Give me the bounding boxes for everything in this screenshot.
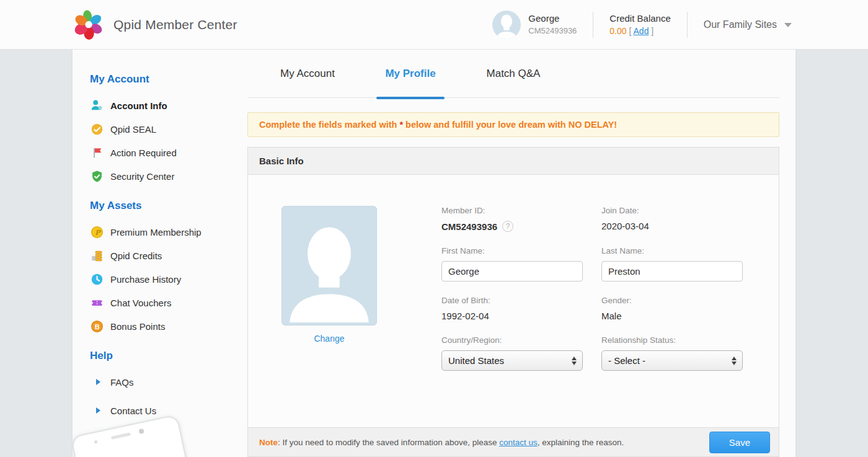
mobile-phone-image <box>73 414 192 457</box>
main-content: My Account My Profile Match Q&A Complete… <box>247 50 795 457</box>
user-avatar <box>492 11 521 39</box>
sidebar-section-my-account: My Account <box>90 73 247 184</box>
field-label: Gender: <box>601 296 743 305</box>
credit-balance-block: Credit Balance 0.00 [ Add ] <box>609 13 670 36</box>
divider <box>687 12 688 38</box>
bracket: [ <box>629 26 632 36</box>
sidebar-item-label: Account Info <box>110 100 167 111</box>
field-label: Country/Region: <box>441 335 583 345</box>
sidebar-heading: My Account <box>90 73 247 86</box>
bracket: ] <box>651 26 653 36</box>
arrow-right-icon <box>90 404 104 417</box>
credit-amount: 0.00 <box>609 26 626 36</box>
tab-bar: My Account My Profile Match Q&A <box>247 50 779 98</box>
person-silhouette-icon <box>282 214 376 325</box>
sidebar-item-label: FAQs <box>110 377 134 388</box>
sidebar-item-bonus-points[interactable]: B Bonus Points <box>90 319 247 334</box>
chevron-down-icon <box>784 23 792 27</box>
sidebar-item-premium-membership[interactable]: P Premium Membership <box>90 224 247 239</box>
sidebar-item-action-required[interactable]: Action Required <box>90 145 247 160</box>
date-of-birth-value: 1992-02-04 <box>441 311 583 321</box>
sidebar-item-qpid-credits[interactable]: Qpid Credits <box>90 248 247 263</box>
field-gender: Gender: Male <box>601 296 743 321</box>
modify-note: Note: If you need to modify the saved in… <box>259 438 624 447</box>
sidebar-item-purchase-history[interactable]: Purchase History <box>90 272 247 286</box>
first-name-input[interactable] <box>441 261 583 282</box>
member-center-card: My Account <box>73 50 795 457</box>
brand: Qpid Member Center <box>73 7 237 42</box>
field-member-id: Member ID: CM52493936 ? <box>441 206 583 232</box>
field-join-date: Join Date: 2020-03-04 <box>601 206 743 232</box>
change-photo-link[interactable]: Change <box>281 334 377 344</box>
form-footer: Note: If you need to modify the saved in… <box>248 427 779 456</box>
add-credit-link[interactable]: Add <box>634 26 649 36</box>
field-date-of-birth: Date of Birth: 1992-02-04 <box>441 296 583 321</box>
field-first-name: First Name: <box>441 246 583 282</box>
sidebar: My Account <box>73 50 247 457</box>
sidebar-item-label: Premium Membership <box>110 227 202 237</box>
field-label: Relationship Status: <box>601 335 743 345</box>
family-sites-label: Our Family Sites <box>704 19 777 30</box>
divider <box>593 12 593 38</box>
clock-icon <box>90 272 104 286</box>
field-label: First Name: <box>441 246 583 255</box>
credit-balance-label: Credit Balance <box>609 13 670 24</box>
contact-us-link[interactable]: contact us <box>499 438 538 447</box>
arrow-right-icon <box>90 375 104 389</box>
user-member-id: CM52493936 <box>528 25 577 37</box>
sidebar-item-label: Bonus Points <box>110 321 165 332</box>
sidebar-heading: Help <box>90 350 247 362</box>
sidebar-section-help: Help FAQs Contact Us <box>90 350 247 418</box>
sidebar-item-label: Purchase History <box>110 274 181 285</box>
app-title: Qpid Member Center <box>113 17 237 32</box>
basic-info-form: Change Member ID: CM52493936 ? Join Date… <box>248 175 779 427</box>
sidebar-item-label: Qpid Credits <box>110 251 162 261</box>
family-sites-dropdown[interactable]: Our Family Sites <box>704 19 795 30</box>
profile-photo-placeholder <box>281 206 377 326</box>
user-name: George <box>528 12 577 25</box>
sidebar-item-label: Chat Vouchers <box>110 298 171 308</box>
premium-coin-icon: P <box>90 225 104 239</box>
field-label: Date of Birth: <box>441 296 583 305</box>
shield-check-icon <box>90 169 104 183</box>
flag-icon <box>90 146 104 159</box>
basic-info-section: Basic Info Change <box>247 147 779 457</box>
question-icon[interactable]: ? <box>502 221 513 232</box>
sidebar-item-security-center[interactable]: Security Center <box>90 169 247 184</box>
country-selected-value: United States <box>448 355 504 366</box>
tab-my-account[interactable]: My Account <box>256 50 359 98</box>
member-id-value: CM52493936 <box>441 221 497 232</box>
sidebar-item-qpid-seal[interactable]: Qpid SEAL <box>90 122 247 136</box>
sidebar-item-account-info[interactable]: Account Info <box>90 98 247 113</box>
gender-value: Male <box>601 311 743 321</box>
tab-match-qa[interactable]: Match Q&A <box>462 50 565 98</box>
select-stepper-icon <box>572 357 577 365</box>
field-last-name: Last Name: <box>601 246 743 282</box>
field-label: Member ID: <box>441 206 583 215</box>
country-select[interactable]: United States <box>441 350 583 371</box>
sidebar-heading: My Assets <box>90 200 247 212</box>
coins-icon <box>90 249 104 262</box>
relationship-status-select[interactable]: - Select - <box>601 350 743 371</box>
bonus-coin-icon: B <box>90 319 104 333</box>
tab-my-profile[interactable]: My Profile <box>359 50 462 98</box>
flower-logo-icon <box>73 7 105 42</box>
field-relationship-status: Relationship Status: - Select - <box>601 335 743 371</box>
field-label: Last Name: <box>601 246 743 255</box>
field-country: Country/Region: United States <box>441 335 583 371</box>
svg-text:B: B <box>94 322 99 330</box>
last-name-input[interactable] <box>601 261 743 282</box>
sidebar-item-label: Qpid SEAL <box>110 124 156 135</box>
sidebar-item-label: Security Center <box>110 171 174 182</box>
top-bar: Qpid Member Center George CM52493936 Cre… <box>0 0 868 50</box>
relationship-selected-value: - Select - <box>608 355 645 366</box>
save-button[interactable]: Save <box>709 432 770 453</box>
sidebar-item-chat-vouchers[interactable]: Chat Vouchers <box>90 295 247 310</box>
sidebar-item-faqs[interactable]: FAQs <box>90 375 247 389</box>
completion-banner: Complete the fields marked with * below … <box>247 112 779 137</box>
section-title: Basic Info <box>248 148 779 175</box>
seal-check-icon <box>90 122 104 136</box>
ticket-icon <box>90 296 104 309</box>
sidebar-item-label: Contact Us <box>110 406 156 416</box>
person-gear-icon <box>90 99 104 112</box>
